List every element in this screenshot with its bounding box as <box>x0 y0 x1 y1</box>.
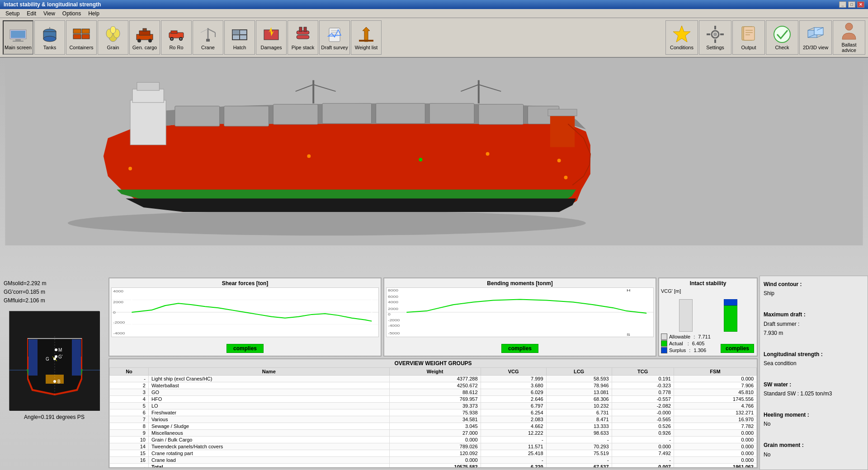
draft-summer-value: 7.930 m <box>764 329 864 338</box>
menu-edit[interactable]: Edit <box>23 9 40 18</box>
toolbar-gen-cargo[interactable]: Gen. cargo <box>129 20 160 55</box>
svg-text:G: G <box>46 357 49 362</box>
toolbar-2d3d-view[interactable]: 2D/3D view <box>799 20 832 55</box>
svg-point-104 <box>55 348 57 351</box>
cell-tcg: 0.926 <box>612 430 674 437</box>
toolbar-containers[interactable]: Containers <box>66 20 97 55</box>
weight-groups-table: No Name Weight VCG LCG TCG FSM -Light sh… <box>109 367 757 468</box>
toolbar-damages[interactable]: Damages <box>256 20 287 55</box>
cell-weight: 3.045 <box>389 423 481 430</box>
cell-fsm: 0.000 <box>674 450 756 457</box>
gm-fluid: GMfluid=2.106 m <box>4 296 105 305</box>
svg-rect-89 <box>550 112 575 147</box>
cell-lcg: 6.731 <box>546 409 612 416</box>
heeling-moment-label: Heeling moment : <box>764 410 864 419</box>
toolbar-draft-survey[interactable]: Draft survey <box>319 20 350 55</box>
cell-weight: 789.026 <box>389 443 481 450</box>
sw-water-label: SW water : <box>764 380 864 389</box>
menu-setup[interactable]: Setup <box>2 9 23 18</box>
toolbar-output-label: Output <box>741 45 756 50</box>
bending-moments-panel: Bending moments [tonm] 8000 6000 4000 20… <box>383 277 656 357</box>
table-row: 5LO39.3736.79710.232-2.0824.766 <box>110 403 757 409</box>
svg-text:2000: 2000 <box>388 307 398 311</box>
damages-icon <box>262 25 281 44</box>
toolbar-settings[interactable]: Settings <box>699 20 731 55</box>
toolbar-crane[interactable]: Crane <box>193 20 223 55</box>
toolbar-check[interactable]: Check <box>766 20 798 55</box>
gen-cargo-icon <box>135 25 154 44</box>
cell-lcg: 13.333 <box>546 423 612 430</box>
toolbar-hatch-label: Hatch <box>233 45 246 50</box>
toolbar-draft-survey-label: Draft survey <box>321 45 348 50</box>
toolbar-weight-list[interactable]: Weight list <box>351 20 382 55</box>
col-vcg: VCG <box>481 368 546 376</box>
cell-name: Crane rotating part <box>148 450 389 457</box>
toolbar-ballast-advice[interactable]: Ballast advice <box>833 20 865 55</box>
toolbar-tanks[interactable]: Tanks <box>34 20 65 55</box>
weight-groups-table-panel[interactable]: OVERVIEW WEIGHT GROUPS No Name Weight VC… <box>108 358 758 468</box>
wind-contour-label: Wind contour : <box>764 280 864 289</box>
svg-point-6 <box>43 36 56 42</box>
svg-rect-41 <box>304 27 307 32</box>
svg-text:2000: 2000 <box>113 301 123 304</box>
svg-text:S: S <box>627 333 630 337</box>
svg-text:8000: 8000 <box>388 289 398 292</box>
2d3d-view-icon <box>806 25 825 44</box>
svg-text:0: 0 <box>113 311 116 315</box>
table-row: 16Crane load0.000---0.000 <box>110 457 757 464</box>
max-draft-label: Maximum draft : <box>764 310 864 319</box>
toolbar-pipe-stack[interactable]: Pipe stack <box>288 20 318 55</box>
toolbar-conditions[interactable]: Conditions <box>665 20 698 55</box>
cell-fsm: 0.000 <box>674 443 756 450</box>
toolbar-main-screen[interactable]: Main screen <box>3 20 33 55</box>
hatch-icon <box>230 25 249 44</box>
svg-point-96 <box>419 158 422 161</box>
svg-rect-80 <box>130 100 166 145</box>
svg-rect-10 <box>73 34 81 39</box>
svg-point-92 <box>307 154 311 158</box>
actual-value: 6.405 <box>692 341 705 346</box>
cell-tcg: -0.007 <box>612 464 674 469</box>
cell-name: Various <box>148 416 389 423</box>
cell-no: 6 <box>110 409 149 416</box>
shear-forces-title: Shear forces [ton] <box>111 280 379 287</box>
toolbar-ro-ro[interactable]: Ro Ro <box>161 20 192 55</box>
table-row: -Total10575.5826.22067.537-0.0071961.062 <box>110 464 757 469</box>
cell-tcg: 0.191 <box>612 376 674 382</box>
svg-rect-58 <box>744 27 755 40</box>
long-strength-section: Longitudinal strength : Sea condition <box>764 350 864 368</box>
cell-name: Tweendeck panels/Hatch covers <box>148 443 389 450</box>
toolbar-main-screen-label: Main screen <box>5 45 32 50</box>
app-title: Intact stability & longitudinal strength <box>4 1 101 8</box>
grain-icon <box>104 25 123 44</box>
actual-label: Actual <box>669 341 683 346</box>
menu-options[interactable]: Options <box>59 9 85 18</box>
col-lcg: LCG <box>546 368 612 376</box>
toolbar-hatch[interactable]: Hatch <box>224 20 255 55</box>
svg-text:4000: 4000 <box>113 290 123 293</box>
cell-weight: 4250.672 <box>389 382 481 389</box>
toolbar-output[interactable]: Output <box>732 20 765 55</box>
bending-moments-title: Bending moments [tonm] <box>386 280 654 287</box>
window-controls[interactable]: _ □ ✕ <box>839 1 864 8</box>
cell-fsm: 7.906 <box>674 382 756 389</box>
close-button[interactable]: ✕ <box>857 1 864 8</box>
heeling-moment-section: Heeling moment : No <box>764 410 864 429</box>
maximize-button[interactable]: □ <box>848 1 855 8</box>
table-row: 8Sewage / Sludge3.0454.66213.3330.5267.7… <box>110 423 757 430</box>
cell-name: Sewage / Sludge <box>148 423 389 430</box>
wind-contour-value: Ship <box>764 289 864 298</box>
svg-text:M: M <box>58 348 62 352</box>
cell-tcg: -0.323 <box>612 382 674 389</box>
menu-view[interactable]: View <box>40 9 59 18</box>
actual-color-box <box>661 340 667 347</box>
svg-rect-8 <box>73 29 81 33</box>
gm-solid: GMsolid=2.292 m <box>4 279 105 288</box>
menu-bar: Setup Edit View Options Help <box>0 9 868 18</box>
minimize-button[interactable]: _ <box>839 1 846 8</box>
cell-lcg: 67.537 <box>546 464 612 469</box>
cell-fsm: 4.766 <box>674 403 756 409</box>
menu-help[interactable]: Help <box>85 9 103 18</box>
toolbar-grain[interactable]: Grain <box>98 20 128 55</box>
svg-rect-39 <box>297 31 309 34</box>
